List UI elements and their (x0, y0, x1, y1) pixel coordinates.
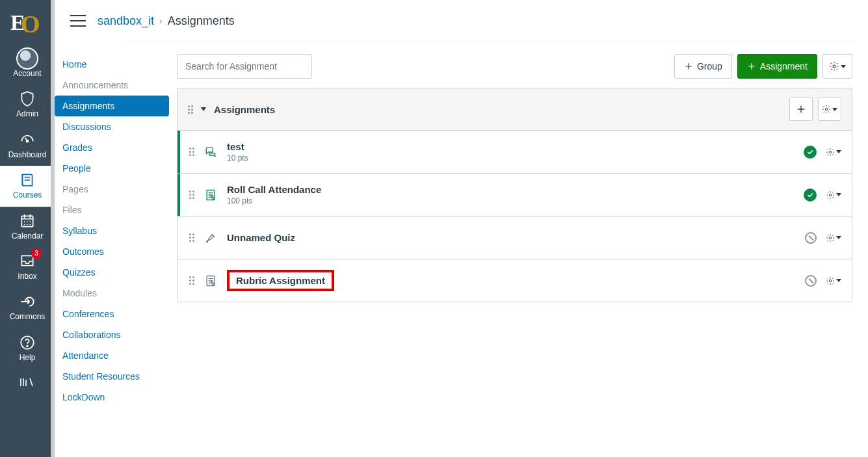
add-assignment-label: Assignment (760, 61, 808, 72)
institution-logo[interactable]: EO (0, 0, 55, 44)
course-nav-item[interactable]: Student Resources (55, 366, 172, 387)
content: Group Assignment Assignmen (172, 42, 868, 457)
drag-handle-icon[interactable] (178, 148, 204, 156)
course-nav-item[interactable]: Announcements (55, 75, 172, 96)
nav-inbox[interactable]: 3 Inbox (0, 247, 55, 287)
gear-icon (822, 105, 831, 114)
gauge-icon (19, 131, 36, 149)
global-nav-scrollbar[interactable] (51, 0, 55, 457)
gear-icon (829, 61, 839, 72)
assignment-row[interactable]: Rubric Assignment (178, 259, 852, 302)
assignment-settings-button[interactable] (826, 233, 841, 242)
shield-icon (19, 90, 36, 108)
assignment-points: 10 pts (227, 153, 804, 163)
svg-text:O: O (21, 10, 40, 38)
assignment-row[interactable]: Unnamed Quiz (178, 216, 852, 259)
assignment-type-icon (204, 274, 218, 287)
highlighted-assignment: Rubric Assignment (227, 270, 334, 291)
svg-point-5 (27, 345, 28, 346)
published-icon[interactable] (804, 146, 817, 159)
svg-point-6 (833, 65, 835, 68)
course-nav-item[interactable]: Discussions (55, 116, 172, 137)
global-nav: EO Account Admin Dashboard Courses (0, 0, 55, 457)
course-nav-item[interactable]: People (55, 158, 172, 179)
course-nav-item[interactable]: Conferences (55, 304, 172, 324)
hamburger-menu[interactable] (70, 13, 86, 29)
nav-account[interactable]: Account (0, 44, 55, 85)
search-input[interactable] (177, 54, 312, 79)
group-add-button[interactable] (789, 98, 813, 121)
group-header[interactable]: Assignments (178, 88, 852, 130)
avatar-icon (16, 47, 38, 70)
nav-dashboard[interactable]: Dashboard (0, 125, 55, 166)
course-nav-item[interactable]: Assignments (55, 96, 169, 116)
assignment-list: test10 ptsRoll Call Attendance100 ptsUnn… (178, 130, 852, 302)
assignment-points: 100 pts (227, 196, 804, 205)
nav-more[interactable] (0, 369, 55, 392)
nav-courses[interactable]: Courses (0, 166, 55, 206)
course-nav-item[interactable]: Quizzes (55, 262, 172, 283)
assignment-title[interactable]: Rubric Assignment (227, 270, 805, 291)
assignment-type-icon (204, 146, 218, 159)
nav-admin[interactable]: Admin (0, 85, 55, 125)
drag-handle-icon[interactable] (178, 276, 204, 285)
svg-point-10 (829, 194, 832, 196)
assignment-settings-button[interactable] (826, 276, 841, 285)
course-nav: HomeAnnouncementsAssignmentsDiscussionsG… (55, 42, 172, 457)
main-region: sandbox_it › Assignments HomeAnnouncemen… (55, 0, 868, 457)
add-group-button[interactable]: Group (674, 54, 732, 79)
inbox-badge: 3 (31, 248, 42, 259)
svg-point-11 (829, 237, 832, 239)
published-icon[interactable] (804, 189, 817, 202)
course-nav-item[interactable]: Modules (55, 283, 172, 304)
calendar-icon (19, 212, 36, 230)
course-nav-item[interactable]: Collaborations (55, 324, 172, 345)
unpublished-icon[interactable] (805, 232, 817, 244)
chevron-down-icon (841, 65, 846, 68)
chevron-down-icon (832, 108, 837, 111)
course-nav-item[interactable]: Home (55, 54, 172, 75)
plus-icon (684, 62, 693, 71)
breadcrumb-course-link[interactable]: sandbox_it (98, 14, 154, 28)
nav-help[interactable]: Help (0, 328, 55, 369)
assignment-title[interactable]: Roll Call Attendance (227, 184, 804, 195)
drag-handle-icon[interactable] (178, 190, 204, 199)
course-nav-item[interactable]: Outcomes (55, 241, 172, 262)
chevron-right-icon: › (159, 16, 163, 26)
course-nav-item[interactable]: Syllabus (55, 220, 172, 241)
nav-commons[interactable]: Commons (0, 287, 55, 328)
course-nav-item[interactable]: Pages (55, 179, 172, 200)
svg-point-7 (825, 108, 828, 111)
course-nav-item[interactable]: Attendance (55, 345, 172, 366)
assignment-title[interactable]: Unnamed Quiz (227, 232, 805, 243)
nav-calendar[interactable]: Calendar (0, 207, 55, 247)
unpublished-icon[interactable] (805, 275, 817, 287)
toolbar: Group Assignment (177, 54, 852, 79)
assignment-title[interactable]: test (227, 141, 804, 152)
add-group-label: Group (697, 61, 722, 72)
assignment-row[interactable]: Roll Call Attendance100 pts (178, 173, 852, 216)
add-assignment-button[interactable]: Assignment (737, 54, 817, 79)
assignment-group: Assignments test10 ptsRoll Call Attendan… (177, 88, 852, 302)
assignment-type-icon (204, 231, 218, 244)
breadcrumb: sandbox_it › Assignments (98, 14, 235, 28)
library-icon (19, 374, 36, 392)
group-settings-button[interactable] (818, 98, 841, 121)
svg-point-2 (26, 140, 28, 142)
svg-point-13 (829, 280, 832, 282)
assignment-settings-button[interactable] (826, 190, 841, 200)
plus-icon (796, 104, 806, 114)
drag-handle-icon[interactable] (178, 233, 204, 242)
svg-point-8 (829, 151, 832, 153)
topbar: sandbox_it › Assignments (55, 0, 868, 42)
assignment-settings-button[interactable] (826, 148, 841, 157)
assignments-settings-button[interactable] (822, 54, 852, 79)
breadcrumb-page: Assignments (168, 14, 235, 28)
collapse-toggle-icon[interactable] (201, 107, 206, 111)
drag-handle-icon[interactable] (188, 105, 194, 114)
course-nav-item[interactable]: Files (55, 200, 172, 220)
course-nav-item[interactable]: Grades (55, 137, 172, 158)
help-icon (19, 333, 36, 352)
course-nav-item[interactable]: LockDown (55, 387, 172, 408)
assignment-row[interactable]: test10 pts (178, 130, 852, 173)
